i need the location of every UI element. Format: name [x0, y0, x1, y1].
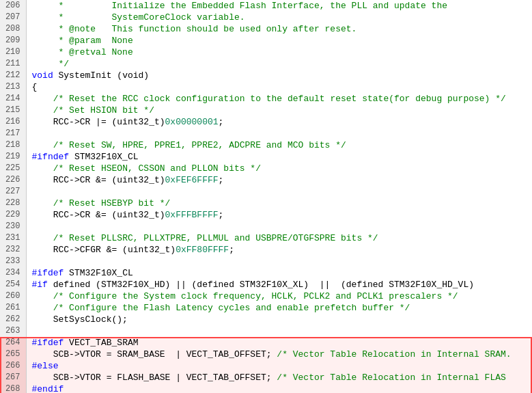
code-segment: RCC->CR &= (uint32_t): [32, 175, 165, 185]
code-segment: #ifdef: [32, 268, 64, 278]
table-row: 207 * SystemCoreClock variable.: [0, 12, 532, 23]
code-segment: ;: [219, 210, 224, 220]
table-row: 228 /* Reset HSEBYP bit */: [0, 198, 532, 209]
code-segment: [32, 291, 53, 301]
code-segment: * SystemCoreClock variable.: [32, 12, 245, 23]
code-segment: /* Set HSION bit */: [53, 105, 154, 116]
table-row: 218 /* Reset SW, HPRE, PPRE1, PPRE2, ADC…: [0, 139, 532, 151]
code-segment: defined (STM32F10X_HD) || (defined STM32…: [48, 280, 474, 290]
code-segment: ;: [219, 175, 224, 185]
line-number: 217: [0, 128, 26, 139]
line-number: 215: [0, 105, 26, 116]
code-content: #ifndef STM32F10X_CL: [26, 151, 532, 163]
code-segment: 0xFFFBFFFF: [165, 210, 219, 220]
code-segment: #else: [32, 361, 59, 371]
line-number: 210: [0, 46, 26, 58]
code-content: #ifdef VECT_TAB_SRAM: [26, 337, 532, 349]
code-segment: RCC->CFGR &= (uint32_t): [32, 245, 176, 255]
code-segment: /* Reset PLLSRC, PLLXTPRE, PLLMUL and US…: [53, 233, 378, 243]
code-segment: [32, 105, 53, 116]
line-number: 213: [0, 81, 26, 93]
line-number: 233: [0, 256, 26, 267]
code-table: 206 * Initialize the Embedded Flash Inte…: [0, 0, 532, 393]
line-number: 214: [0, 93, 26, 105]
code-content: void SystemInit (void): [26, 70, 532, 81]
code-content: [26, 128, 532, 139]
table-row: 267 SCB->VTOR = FLASH_BASE | VECT_TAB_OF…: [0, 372, 532, 383]
line-number: 225: [0, 163, 26, 174]
code-segment: ;: [219, 117, 224, 127]
code-segment: * Initialize the Embedded Flash Interfac…: [32, 1, 448, 11]
table-row: 206 * Initialize the Embedded Flash Inte…: [0, 0, 532, 12]
code-container: 206 * Initialize the Embedded Flash Inte…: [0, 0, 532, 393]
code-segment: /* Vector Table Relocation in Internal S…: [277, 349, 511, 360]
code-content: #endif: [26, 383, 532, 393]
line-number: 231: [0, 232, 26, 244]
code-segment: [32, 198, 53, 208]
line-number: 261: [0, 302, 26, 314]
code-segment: /* Reset HSEON, CSSON and PLLON bits */: [53, 163, 261, 174]
table-row: 234#ifdef STM32F10X_CL: [0, 267, 532, 279]
code-segment: RCC->CR |= (uint32_t): [32, 117, 165, 127]
table-row: 264#ifdef VECT_TAB_SRAM: [0, 337, 532, 349]
table-row: 263: [0, 325, 532, 337]
code-content: [26, 325, 532, 337]
code-content: [26, 221, 532, 232]
code-segment: SystemInit (void): [53, 70, 149, 81]
table-row: 211 */: [0, 58, 532, 70]
table-row: 231 /* Reset PLLSRC, PLLXTPRE, PLLMUL an…: [0, 232, 532, 244]
line-number: 265: [0, 349, 26, 360]
code-segment: /* Configure the System clock frequency,…: [53, 291, 458, 301]
code-content: RCC->CR &= (uint32_t)0xFFFBFFFF;: [26, 209, 532, 221]
code-content: * @note This function should be used onl…: [26, 23, 532, 35]
table-row: 260 /* Configure the System clock freque…: [0, 290, 532, 302]
table-row: 215 /* Set HSION bit */: [0, 105, 532, 116]
table-row: 208 * @note This function should be used…: [0, 23, 532, 35]
line-number: 206: [0, 0, 26, 12]
code-content: /* Configure the System clock frequency,…: [26, 290, 532, 302]
code-segment: #if: [32, 280, 48, 290]
line-number: 267: [0, 372, 26, 383]
table-row: 268#endif: [0, 383, 532, 393]
table-row: 210 * @retval None: [0, 46, 532, 58]
code-content: * @param None: [26, 35, 532, 46]
code-segment: #ifdef: [32, 338, 64, 348]
code-segment: {: [32, 82, 38, 92]
code-segment: [32, 94, 53, 104]
code-content: [26, 186, 532, 198]
table-row: 265 SCB->VTOR = SRAM_BASE | VECT_TAB_OFF…: [0, 349, 532, 360]
line-number: 260: [0, 290, 26, 302]
line-number: 263: [0, 325, 26, 337]
table-row: 232 RCC->CFGR &= (uint32_t)0xFF80FFFF;: [0, 244, 532, 256]
table-row: 254#if defined (STM32F10X_HD) || (define…: [0, 279, 532, 290]
table-row: 227: [0, 186, 532, 198]
line-number: 216: [0, 116, 26, 128]
code-content: /* Reset HSEBYP bit */: [26, 198, 532, 209]
code-segment: * @retval None: [32, 47, 133, 57]
line-number: 226: [0, 174, 26, 186]
table-row: 212void SystemInit (void): [0, 70, 532, 81]
code-segment: /* Configure the Flash Latency cycles an…: [53, 303, 410, 313]
code-segment: ;: [229, 245, 234, 255]
code-segment: 0xFF80FFFF: [176, 245, 229, 255]
code-content: * Initialize the Embedded Flash Interfac…: [26, 0, 532, 12]
code-segment: #ifndef: [32, 152, 70, 162]
code-segment: /* Vector Table Relocation in Internal F…: [277, 372, 505, 383]
code-content: [26, 256, 532, 267]
line-number: 228: [0, 198, 26, 209]
table-row: 266#else: [0, 360, 532, 372]
code-segment: STM32F10X_CL: [69, 152, 138, 162]
code-content: /* Reset HSEON, CSSON and PLLON bits */: [26, 163, 532, 174]
code-segment: RCC->CR &= (uint32_t): [32, 210, 165, 220]
code-content: /* Reset the RCC clock configuration to …: [26, 93, 532, 105]
code-content: RCC->CR &= (uint32_t)0xFEF6FFFF;: [26, 174, 532, 186]
line-number: 207: [0, 12, 26, 23]
line-number: 229: [0, 209, 26, 221]
code-segment: /* Reset HSEBYP bit */: [53, 198, 171, 208]
table-row: 262 SetSysClock();: [0, 314, 532, 325]
line-number: 227: [0, 186, 26, 198]
line-number: 218: [0, 139, 26, 151]
code-content: SCB->VTOR = SRAM_BASE | VECT_TAB_OFFSET;…: [26, 349, 532, 360]
code-segment: #endif: [32, 384, 64, 393]
code-content: SCB->VTOR = FLASH_BASE | VECT_TAB_OFFSET…: [26, 372, 532, 383]
